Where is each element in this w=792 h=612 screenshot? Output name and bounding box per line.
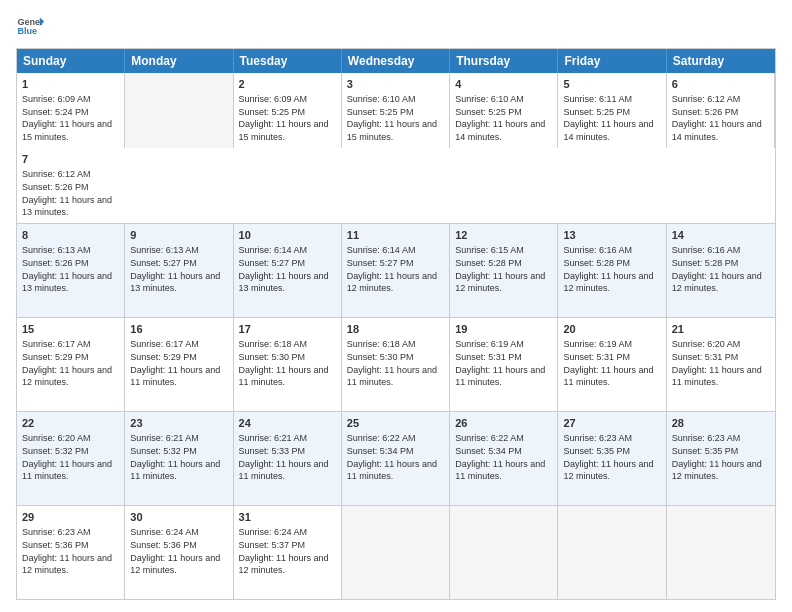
cell-text: Sunrise: 6:18 AMSunset: 5:30 PMDaylight:… [347, 339, 437, 387]
calendar-cell: 3Sunrise: 6:10 AMSunset: 5:25 PMDaylight… [342, 73, 450, 148]
cell-text: Sunrise: 6:23 AMSunset: 5:35 PMDaylight:… [672, 433, 762, 481]
calendar-header-cell: Sunday [17, 49, 125, 73]
day-number: 22 [22, 416, 119, 431]
day-number: 30 [130, 510, 227, 525]
calendar: SundayMondayTuesdayWednesdayThursdayFrid… [16, 48, 776, 600]
calendar-cell: 4Sunrise: 6:10 AMSunset: 5:25 PMDaylight… [450, 73, 558, 148]
day-number: 19 [455, 322, 552, 337]
calendar-cell: 24Sunrise: 6:21 AMSunset: 5:33 PMDayligh… [234, 412, 342, 505]
cell-text: Sunrise: 6:24 AMSunset: 5:37 PMDaylight:… [239, 527, 329, 575]
calendar-cell: 5Sunrise: 6:11 AMSunset: 5:25 PMDaylight… [558, 73, 666, 148]
header: General Blue [16, 12, 776, 40]
calendar-cell: 2Sunrise: 6:09 AMSunset: 5:25 PMDaylight… [234, 73, 342, 148]
day-number: 28 [672, 416, 770, 431]
cell-text: Sunrise: 6:12 AMSunset: 5:26 PMDaylight:… [672, 94, 762, 142]
cell-text: Sunrise: 6:15 AMSunset: 5:28 PMDaylight:… [455, 245, 545, 293]
day-number: 3 [347, 77, 444, 92]
calendar-cell: 26Sunrise: 6:22 AMSunset: 5:34 PMDayligh… [450, 412, 558, 505]
day-number: 23 [130, 416, 227, 431]
cell-text: Sunrise: 6:21 AMSunset: 5:32 PMDaylight:… [130, 433, 220, 481]
day-number: 20 [563, 322, 660, 337]
calendar-header-cell: Tuesday [234, 49, 342, 73]
cell-text: Sunrise: 6:21 AMSunset: 5:33 PMDaylight:… [239, 433, 329, 481]
cell-text: Sunrise: 6:13 AMSunset: 5:27 PMDaylight:… [130, 245, 220, 293]
day-number: 10 [239, 228, 336, 243]
page: General Blue SundayMondayTuesdayWednesda… [0, 0, 792, 612]
day-number: 7 [22, 152, 120, 167]
day-number: 14 [672, 228, 770, 243]
calendar-header-cell: Thursday [450, 49, 558, 73]
cell-text: Sunrise: 6:22 AMSunset: 5:34 PMDaylight:… [347, 433, 437, 481]
calendar-cell: 14Sunrise: 6:16 AMSunset: 5:28 PMDayligh… [667, 224, 775, 317]
calendar-cell: 20Sunrise: 6:19 AMSunset: 5:31 PMDayligh… [558, 318, 666, 411]
day-number: 11 [347, 228, 444, 243]
cell-text: Sunrise: 6:10 AMSunset: 5:25 PMDaylight:… [347, 94, 437, 142]
day-number: 8 [22, 228, 119, 243]
day-number: 5 [563, 77, 660, 92]
day-number: 6 [672, 77, 769, 92]
calendar-cell: 21Sunrise: 6:20 AMSunset: 5:31 PMDayligh… [667, 318, 775, 411]
cell-text: Sunrise: 6:23 AMSunset: 5:36 PMDaylight:… [22, 527, 112, 575]
calendar-header-row: SundayMondayTuesdayWednesdayThursdayFrid… [17, 49, 775, 73]
calendar-body: 1Sunrise: 6:09 AMSunset: 5:24 PMDaylight… [17, 73, 775, 599]
day-number: 13 [563, 228, 660, 243]
cell-text: Sunrise: 6:10 AMSunset: 5:25 PMDaylight:… [455, 94, 545, 142]
day-number: 9 [130, 228, 227, 243]
day-number: 25 [347, 416, 444, 431]
day-number: 29 [22, 510, 119, 525]
calendar-cell: 11Sunrise: 6:14 AMSunset: 5:27 PMDayligh… [342, 224, 450, 317]
cell-text: Sunrise: 6:16 AMSunset: 5:28 PMDaylight:… [672, 245, 762, 293]
calendar-cell [667, 506, 775, 599]
day-number: 26 [455, 416, 552, 431]
calendar-cell: 13Sunrise: 6:16 AMSunset: 5:28 PMDayligh… [558, 224, 666, 317]
logo-icon: General Blue [16, 12, 44, 40]
cell-text: Sunrise: 6:13 AMSunset: 5:26 PMDaylight:… [22, 245, 112, 293]
calendar-cell: 27Sunrise: 6:23 AMSunset: 5:35 PMDayligh… [558, 412, 666, 505]
calendar-header-cell: Wednesday [342, 49, 450, 73]
calendar-cell: 15Sunrise: 6:17 AMSunset: 5:29 PMDayligh… [17, 318, 125, 411]
calendar-week: 29Sunrise: 6:23 AMSunset: 5:36 PMDayligh… [17, 505, 775, 599]
cell-text: Sunrise: 6:19 AMSunset: 5:31 PMDaylight:… [563, 339, 653, 387]
calendar-cell: 29Sunrise: 6:23 AMSunset: 5:36 PMDayligh… [17, 506, 125, 599]
day-number: 4 [455, 77, 552, 92]
cell-text: Sunrise: 6:22 AMSunset: 5:34 PMDaylight:… [455, 433, 545, 481]
calendar-header-cell: Friday [558, 49, 666, 73]
cell-text: Sunrise: 6:14 AMSunset: 5:27 PMDaylight:… [347, 245, 437, 293]
cell-text: Sunrise: 6:18 AMSunset: 5:30 PMDaylight:… [239, 339, 329, 387]
day-number: 1 [22, 77, 119, 92]
calendar-cell: 23Sunrise: 6:21 AMSunset: 5:32 PMDayligh… [125, 412, 233, 505]
calendar-week: 15Sunrise: 6:17 AMSunset: 5:29 PMDayligh… [17, 317, 775, 411]
calendar-week: 22Sunrise: 6:20 AMSunset: 5:32 PMDayligh… [17, 411, 775, 505]
calendar-cell: 30Sunrise: 6:24 AMSunset: 5:36 PMDayligh… [125, 506, 233, 599]
cell-text: Sunrise: 6:17 AMSunset: 5:29 PMDaylight:… [22, 339, 112, 387]
cell-text: Sunrise: 6:16 AMSunset: 5:28 PMDaylight:… [563, 245, 653, 293]
day-number: 16 [130, 322, 227, 337]
calendar-cell: 18Sunrise: 6:18 AMSunset: 5:30 PMDayligh… [342, 318, 450, 411]
calendar-cell: 16Sunrise: 6:17 AMSunset: 5:29 PMDayligh… [125, 318, 233, 411]
day-number: 31 [239, 510, 336, 525]
calendar-cell: 10Sunrise: 6:14 AMSunset: 5:27 PMDayligh… [234, 224, 342, 317]
calendar-cell: 22Sunrise: 6:20 AMSunset: 5:32 PMDayligh… [17, 412, 125, 505]
cell-text: Sunrise: 6:12 AMSunset: 5:26 PMDaylight:… [22, 169, 112, 217]
calendar-cell: 19Sunrise: 6:19 AMSunset: 5:31 PMDayligh… [450, 318, 558, 411]
calendar-cell: 8Sunrise: 6:13 AMSunset: 5:26 PMDaylight… [17, 224, 125, 317]
cell-text: Sunrise: 6:23 AMSunset: 5:35 PMDaylight:… [563, 433, 653, 481]
cell-text: Sunrise: 6:20 AMSunset: 5:32 PMDaylight:… [22, 433, 112, 481]
svg-text:Blue: Blue [17, 26, 37, 36]
day-number: 12 [455, 228, 552, 243]
calendar-cell: 31Sunrise: 6:24 AMSunset: 5:37 PMDayligh… [234, 506, 342, 599]
calendar-cell: 9Sunrise: 6:13 AMSunset: 5:27 PMDaylight… [125, 224, 233, 317]
calendar-cell: 7Sunrise: 6:12 AMSunset: 5:26 PMDaylight… [17, 148, 125, 223]
cell-text: Sunrise: 6:24 AMSunset: 5:36 PMDaylight:… [130, 527, 220, 575]
day-number: 27 [563, 416, 660, 431]
calendar-cell: 25Sunrise: 6:22 AMSunset: 5:34 PMDayligh… [342, 412, 450, 505]
day-number: 2 [239, 77, 336, 92]
cell-text: Sunrise: 6:09 AMSunset: 5:25 PMDaylight:… [239, 94, 329, 142]
calendar-week: 8Sunrise: 6:13 AMSunset: 5:26 PMDaylight… [17, 223, 775, 317]
day-number: 24 [239, 416, 336, 431]
cell-text: Sunrise: 6:20 AMSunset: 5:31 PMDaylight:… [672, 339, 762, 387]
cell-text: Sunrise: 6:19 AMSunset: 5:31 PMDaylight:… [455, 339, 545, 387]
calendar-header-cell: Monday [125, 49, 233, 73]
calendar-cell: 12Sunrise: 6:15 AMSunset: 5:28 PMDayligh… [450, 224, 558, 317]
calendar-header-cell: Saturday [667, 49, 775, 73]
